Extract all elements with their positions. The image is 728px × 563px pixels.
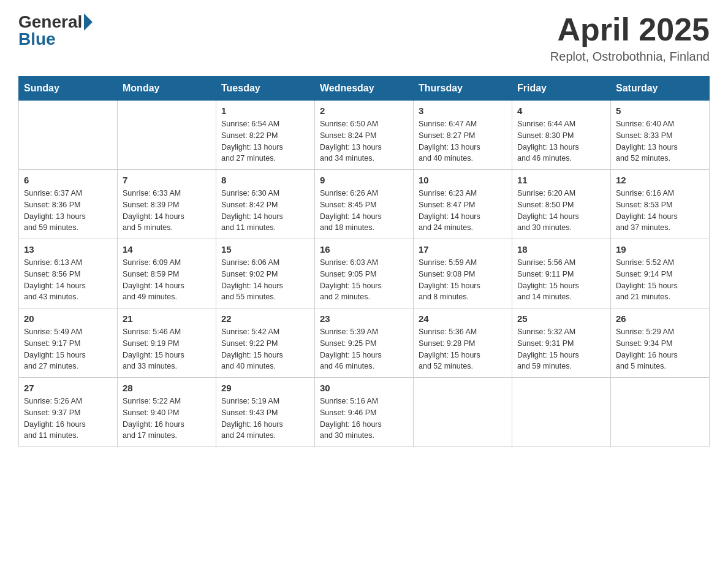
day-number: 26 xyxy=(616,313,704,324)
day-info: Sunrise: 5:26 AM Sunset: 9:37 PM Dayligh… xyxy=(24,396,112,442)
day-info: Sunrise: 6:03 AM Sunset: 9:05 PM Dayligh… xyxy=(320,257,408,303)
calendar-cell: 7Sunrise: 6:33 AM Sunset: 8:39 PM Daylig… xyxy=(118,170,216,239)
day-number: 13 xyxy=(24,244,112,255)
title-area: April 2025 Replot, Ostrobothnia, Finland xyxy=(550,12,710,64)
day-info: Sunrise: 6:13 AM Sunset: 8:56 PM Dayligh… xyxy=(24,257,112,303)
day-number: 14 xyxy=(123,244,211,255)
calendar-cell: 9Sunrise: 6:26 AM Sunset: 8:45 PM Daylig… xyxy=(315,170,414,239)
calendar-cell xyxy=(611,378,710,447)
calendar-cell: 21Sunrise: 5:46 AM Sunset: 9:19 PM Dayli… xyxy=(118,308,216,378)
day-number: 23 xyxy=(320,313,408,324)
day-number: 2 xyxy=(320,105,408,116)
calendar-cell xyxy=(19,101,118,170)
day-number: 28 xyxy=(123,383,211,393)
calendar-cell: 6Sunrise: 6:37 AM Sunset: 8:36 PM Daylig… xyxy=(19,170,118,239)
day-info: Sunrise: 5:39 AM Sunset: 9:25 PM Dayligh… xyxy=(320,326,408,372)
day-info: Sunrise: 6:23 AM Sunset: 8:47 PM Dayligh… xyxy=(419,188,507,234)
calendar-cell: 29Sunrise: 5:19 AM Sunset: 9:43 PM Dayli… xyxy=(216,378,315,447)
day-info: Sunrise: 6:06 AM Sunset: 9:02 PM Dayligh… xyxy=(221,257,309,303)
day-of-week-header: Tuesday xyxy=(216,77,315,101)
day-of-week-header: Sunday xyxy=(19,77,118,101)
day-number: 5 xyxy=(616,105,704,116)
calendar-cell: 8Sunrise: 6:30 AM Sunset: 8:42 PM Daylig… xyxy=(216,170,315,239)
day-info: Sunrise: 6:26 AM Sunset: 8:45 PM Dayligh… xyxy=(320,188,408,234)
day-number: 27 xyxy=(24,383,112,393)
week-row: 6Sunrise: 6:37 AM Sunset: 8:36 PM Daylig… xyxy=(19,170,710,239)
day-of-week-header: Wednesday xyxy=(315,77,414,101)
day-info: Sunrise: 6:44 AM Sunset: 8:30 PM Dayligh… xyxy=(517,118,605,164)
day-number: 24 xyxy=(419,313,507,324)
day-number: 11 xyxy=(517,175,605,185)
page-header: General Blue April 2025 Replot, Ostrobot… xyxy=(18,12,710,64)
day-of-week-header: Saturday xyxy=(611,77,710,101)
logo-blue-text: Blue xyxy=(18,29,56,49)
calendar-cell: 13Sunrise: 6:13 AM Sunset: 8:56 PM Dayli… xyxy=(19,239,118,308)
day-info: Sunrise: 6:37 AM Sunset: 8:36 PM Dayligh… xyxy=(24,188,112,234)
calendar-cell: 28Sunrise: 5:22 AM Sunset: 9:40 PM Dayli… xyxy=(118,378,216,447)
days-of-week-row: SundayMondayTuesdayWednesdayThursdayFrid… xyxy=(19,77,710,101)
week-row: 13Sunrise: 6:13 AM Sunset: 8:56 PM Dayli… xyxy=(19,239,710,308)
day-info: Sunrise: 6:09 AM Sunset: 8:59 PM Dayligh… xyxy=(123,257,211,303)
day-number: 10 xyxy=(419,175,507,185)
calendar-cell: 3Sunrise: 6:47 AM Sunset: 8:27 PM Daylig… xyxy=(414,101,512,170)
calendar-cell: 26Sunrise: 5:29 AM Sunset: 9:34 PM Dayli… xyxy=(611,308,710,378)
calendar-cell: 19Sunrise: 5:52 AM Sunset: 9:14 PM Dayli… xyxy=(611,239,710,308)
day-number: 18 xyxy=(517,244,605,255)
week-row: 27Sunrise: 5:26 AM Sunset: 9:37 PM Dayli… xyxy=(19,378,710,447)
day-info: Sunrise: 6:16 AM Sunset: 8:53 PM Dayligh… xyxy=(616,188,704,234)
day-info: Sunrise: 5:56 AM Sunset: 9:11 PM Dayligh… xyxy=(517,257,605,303)
day-number: 21 xyxy=(123,313,211,324)
day-number: 1 xyxy=(221,105,309,116)
calendar-cell: 4Sunrise: 6:44 AM Sunset: 8:30 PM Daylig… xyxy=(512,101,611,170)
calendar-cell xyxy=(512,378,611,447)
day-info: Sunrise: 5:49 AM Sunset: 9:17 PM Dayligh… xyxy=(24,326,112,372)
day-info: Sunrise: 5:46 AM Sunset: 9:19 PM Dayligh… xyxy=(123,326,211,372)
day-number: 7 xyxy=(123,175,211,185)
day-info: Sunrise: 6:50 AM Sunset: 8:24 PM Dayligh… xyxy=(320,118,408,164)
day-number: 9 xyxy=(320,175,408,185)
week-row: 1Sunrise: 6:54 AM Sunset: 8:22 PM Daylig… xyxy=(19,101,710,170)
logo-arrow-icon xyxy=(84,13,93,31)
day-number: 8 xyxy=(221,175,309,185)
calendar-cell xyxy=(414,378,512,447)
day-number: 12 xyxy=(616,175,704,185)
location-text: Replot, Ostrobothnia, Finland xyxy=(550,50,710,64)
day-info: Sunrise: 5:16 AM Sunset: 9:46 PM Dayligh… xyxy=(320,396,408,442)
day-info: Sunrise: 5:52 AM Sunset: 9:14 PM Dayligh… xyxy=(616,257,704,303)
day-number: 15 xyxy=(221,244,309,255)
day-info: Sunrise: 5:19 AM Sunset: 9:43 PM Dayligh… xyxy=(221,396,309,442)
day-number: 19 xyxy=(616,244,704,255)
day-info: Sunrise: 5:32 AM Sunset: 9:31 PM Dayligh… xyxy=(517,326,605,372)
calendar-cell: 1Sunrise: 6:54 AM Sunset: 8:22 PM Daylig… xyxy=(216,101,315,170)
day-of-week-header: Friday xyxy=(512,77,611,101)
day-number: 16 xyxy=(320,244,408,255)
day-of-week-header: Monday xyxy=(118,77,216,101)
calendar-cell: 23Sunrise: 5:39 AM Sunset: 9:25 PM Dayli… xyxy=(315,308,414,378)
calendar-cell: 2Sunrise: 6:50 AM Sunset: 8:24 PM Daylig… xyxy=(315,101,414,170)
calendar-cell: 12Sunrise: 6:16 AM Sunset: 8:53 PM Dayli… xyxy=(611,170,710,239)
logo: General Blue xyxy=(18,12,93,49)
calendar-cell: 27Sunrise: 5:26 AM Sunset: 9:37 PM Dayli… xyxy=(19,378,118,447)
calendar-cell: 22Sunrise: 5:42 AM Sunset: 9:22 PM Dayli… xyxy=(216,308,315,378)
calendar-cell: 10Sunrise: 6:23 AM Sunset: 8:47 PM Dayli… xyxy=(414,170,512,239)
day-number: 20 xyxy=(24,313,112,324)
calendar-cell: 30Sunrise: 5:16 AM Sunset: 9:46 PM Dayli… xyxy=(315,378,414,447)
day-number: 22 xyxy=(221,313,309,324)
day-of-week-header: Thursday xyxy=(414,77,512,101)
day-number: 25 xyxy=(517,313,605,324)
day-number: 4 xyxy=(517,105,605,116)
day-info: Sunrise: 5:42 AM Sunset: 9:22 PM Dayligh… xyxy=(221,326,309,372)
calendar-body: 1Sunrise: 6:54 AM Sunset: 8:22 PM Daylig… xyxy=(19,101,710,447)
calendar-cell: 5Sunrise: 6:40 AM Sunset: 8:33 PM Daylig… xyxy=(611,101,710,170)
day-number: 29 xyxy=(221,383,309,393)
day-number: 6 xyxy=(24,175,112,185)
calendar-table: SundayMondayTuesdayWednesdayThursdayFrid… xyxy=(18,76,710,447)
calendar-cell: 17Sunrise: 5:59 AM Sunset: 9:08 PM Dayli… xyxy=(414,239,512,308)
day-number: 30 xyxy=(320,383,408,393)
day-info: Sunrise: 6:33 AM Sunset: 8:39 PM Dayligh… xyxy=(123,188,211,234)
week-row: 20Sunrise: 5:49 AM Sunset: 9:17 PM Dayli… xyxy=(19,308,710,378)
day-number: 17 xyxy=(419,244,507,255)
day-info: Sunrise: 6:30 AM Sunset: 8:42 PM Dayligh… xyxy=(221,188,309,234)
calendar-cell: 11Sunrise: 6:20 AM Sunset: 8:50 PM Dayli… xyxy=(512,170,611,239)
day-info: Sunrise: 5:36 AM Sunset: 9:28 PM Dayligh… xyxy=(419,326,507,372)
